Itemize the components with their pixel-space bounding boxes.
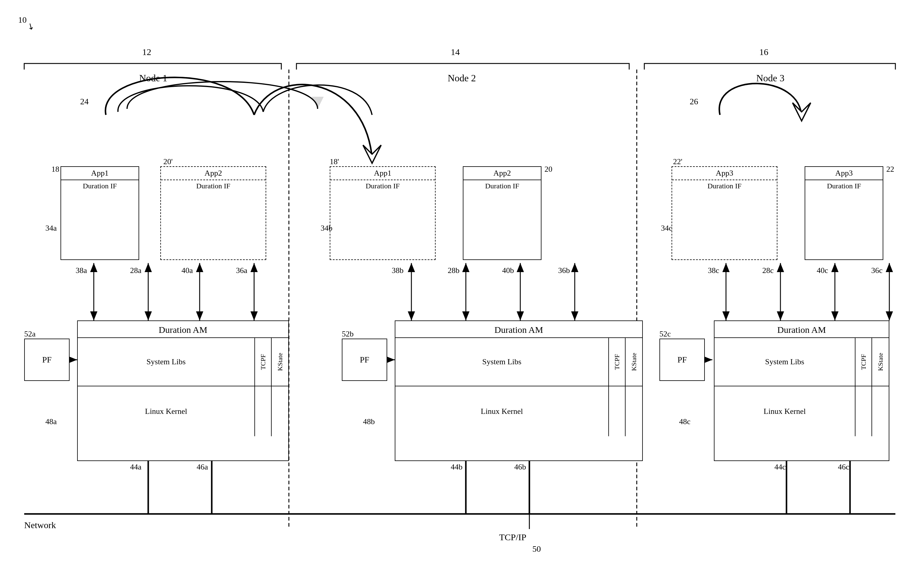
label-44a: 44a (130, 462, 142, 472)
label-18p: 18' (330, 157, 339, 166)
label-20p: 20' (163, 157, 173, 166)
app2-node1-title: App2 (161, 167, 265, 180)
label-40b: 40b (502, 266, 514, 275)
app2-node2-title: App2 (463, 167, 541, 180)
syslibs-node2: System Libs (395, 338, 609, 386)
am-box-node2: Duration AM System Libs TCPF KState Linu… (395, 320, 643, 461)
label-22: 22 (886, 165, 894, 174)
kstate-bottom-node1 (272, 386, 288, 436)
app1-node2-dashed-box: App1 Duration IF (330, 166, 435, 260)
svg-marker-11 (196, 312, 203, 320)
label-52a: 52a (24, 330, 36, 339)
kernel-node1: Linux Kernel (78, 386, 255, 436)
label-44b: 44b (451, 462, 463, 472)
svg-marker-30 (571, 263, 578, 272)
svg-marker-21 (408, 263, 415, 272)
kstate-node1: KState (272, 338, 288, 386)
app2-node2-box: App2 Duration IF (463, 166, 542, 260)
tcpf-node3: TCPF (856, 338, 872, 386)
app3-node3-title: App3 (805, 167, 883, 180)
app3-node3-box: App3 Duration IF (805, 166, 883, 260)
svg-marker-4 (90, 263, 97, 272)
label-34c: 34c (661, 224, 673, 233)
app1-node1-title: App1 (61, 167, 139, 180)
label-18: 18 (52, 165, 59, 174)
label-38b: 38b (392, 266, 404, 275)
tcpf-node2: TCPF (609, 338, 626, 386)
diagram: 10 ↘ 12 Node 1 14 Node 2 16 Node 3 24 26… (0, 0, 909, 588)
diagram-number-arrow: ↘ (25, 20, 36, 32)
am-title-node2: Duration AM (395, 321, 642, 338)
app1-node2-title: App1 (330, 167, 435, 180)
tcpf-bottom-node3 (856, 386, 872, 436)
node2-number: 14 (451, 47, 460, 57)
am-box-node3: Duration AM System Libs TCPF KState Linu… (714, 320, 890, 461)
label-36b: 36b (558, 266, 570, 275)
syslibs-node3: System Libs (715, 338, 856, 386)
label-46b: 46b (514, 462, 526, 472)
kstate-node2: KState (626, 338, 642, 386)
app3-node3-duration: Duration IF (805, 180, 883, 192)
app1-node1-box: App1 Duration IF (60, 166, 139, 260)
label-48b: 48b (363, 417, 375, 426)
svg-marker-13 (251, 263, 258, 272)
app3-node3-dashed-title: App3 (672, 167, 777, 180)
pf-box-node3: PF (660, 339, 705, 381)
label-24: 24 (80, 97, 89, 107)
kstate-bottom-node2 (626, 386, 642, 436)
svg-marker-27 (517, 263, 524, 272)
diagram-number: 10 (18, 15, 27, 25)
app1-node1-duration: Duration IF (61, 180, 139, 192)
svg-marker-7 (145, 263, 152, 272)
pf-box-node1: PF (24, 339, 70, 381)
node1-label: Node 1 (139, 73, 167, 84)
label-40c: 40c (817, 266, 828, 275)
svg-marker-31 (571, 312, 578, 320)
kernel-node2: Linux Kernel (395, 386, 609, 436)
svg-marker-38 (722, 263, 729, 272)
label-36a: 36a (236, 266, 247, 275)
label-48a: 48a (45, 417, 57, 426)
svg-marker-5 (90, 312, 97, 320)
svg-marker-14 (251, 312, 258, 320)
label-50: 50 (532, 544, 541, 554)
node1-number: 12 (142, 47, 151, 57)
kstate-bottom-node3 (872, 386, 889, 436)
label-52c: 52c (660, 330, 671, 339)
am-title-node1: Duration AM (78, 321, 288, 338)
svg-marker-25 (462, 312, 469, 320)
svg-marker-44 (831, 263, 838, 272)
label-44c: 44c (775, 462, 786, 472)
label-36c: 36c (871, 266, 883, 275)
app2-node1-duration: Duration IF (161, 180, 265, 192)
label-28b: 28b (448, 266, 459, 275)
label-26: 26 (690, 97, 698, 107)
app3-node3-dashed-box: App3 Duration IF (671, 166, 777, 260)
app2-node1-dashed-box: App2 Duration IF (160, 166, 266, 260)
label-34a: 34a (45, 224, 57, 233)
app1-node2-duration: Duration IF (330, 180, 435, 192)
syslibs-node1: System Libs (78, 338, 255, 386)
network-label: Network (24, 520, 56, 530)
node3-label: Node 3 (756, 73, 784, 84)
svg-marker-41 (777, 263, 784, 272)
tcpf-node1: TCPF (255, 338, 272, 386)
pf-box-node2: PF (342, 339, 387, 381)
label-28a: 28a (130, 266, 142, 275)
svg-marker-22 (408, 312, 415, 320)
svg-marker-28 (517, 312, 524, 320)
label-48c: 48c (679, 417, 691, 426)
svg-marker-39 (722, 312, 729, 320)
svg-marker-10 (196, 263, 203, 272)
tcpf-bottom-node2 (609, 386, 626, 436)
app3-node3-dashed-duration: Duration IF (672, 180, 777, 192)
tcpip-label: TCP/IP (499, 532, 526, 542)
arrows-overlay (0, 0, 909, 588)
label-38c: 38c (708, 266, 719, 275)
label-40a: 40a (181, 266, 193, 275)
am-title-node3: Duration AM (715, 321, 889, 338)
svg-marker-24 (462, 263, 469, 272)
app2-node2-duration: Duration IF (463, 180, 541, 192)
label-20: 20 (545, 165, 552, 174)
label-46c: 46c (838, 462, 849, 472)
